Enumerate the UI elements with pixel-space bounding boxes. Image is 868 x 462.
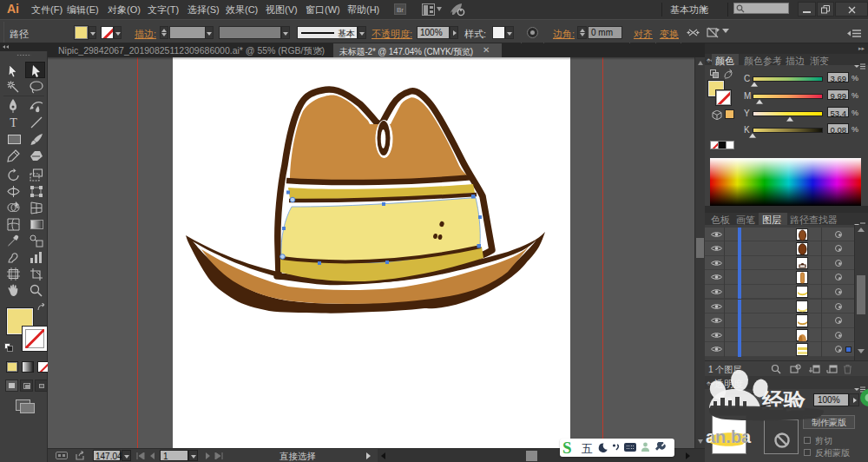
svg-text:T: T bbox=[10, 116, 17, 129]
